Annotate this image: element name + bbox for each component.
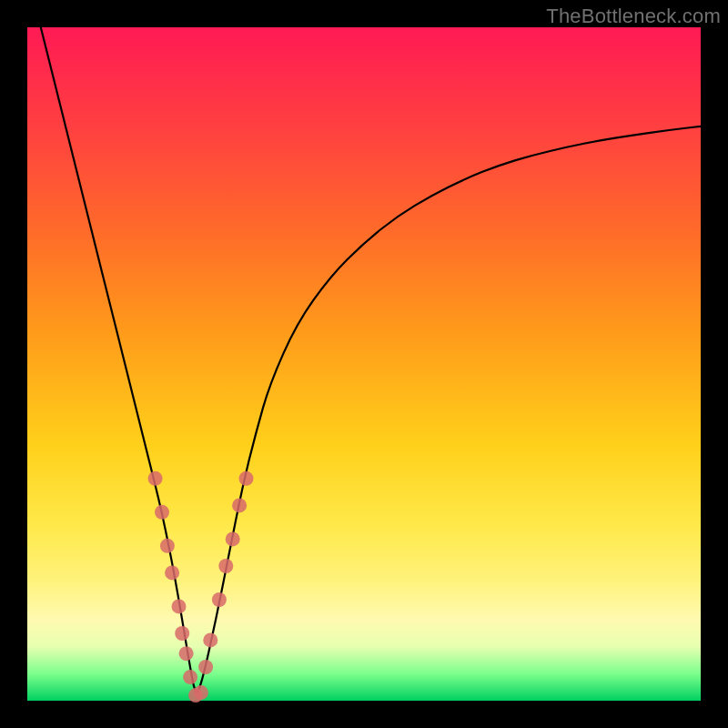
marker-group <box>148 471 254 703</box>
marker-dot <box>239 471 254 486</box>
chart-svg <box>27 27 701 701</box>
marker-dot <box>155 505 169 520</box>
marker-dot <box>194 685 208 700</box>
marker-dot <box>232 498 247 512</box>
marker-dot <box>160 539 175 553</box>
marker-dot <box>175 626 189 641</box>
marker-dot <box>212 592 227 607</box>
marker-dot <box>148 471 163 486</box>
watermark-text: TheBottleneck.com <box>546 5 721 28</box>
marker-dot <box>165 565 179 580</box>
plot-area <box>27 27 701 701</box>
marker-dot <box>179 646 194 661</box>
marker-dot <box>203 632 217 647</box>
bottleneck-curve <box>41 27 701 692</box>
marker-dot <box>198 660 213 674</box>
marker-dot <box>218 559 233 573</box>
marker-dot <box>183 670 197 684</box>
marker-dot <box>172 599 187 613</box>
chart-frame: TheBottleneck.com <box>0 0 728 728</box>
marker-dot <box>226 531 240 546</box>
